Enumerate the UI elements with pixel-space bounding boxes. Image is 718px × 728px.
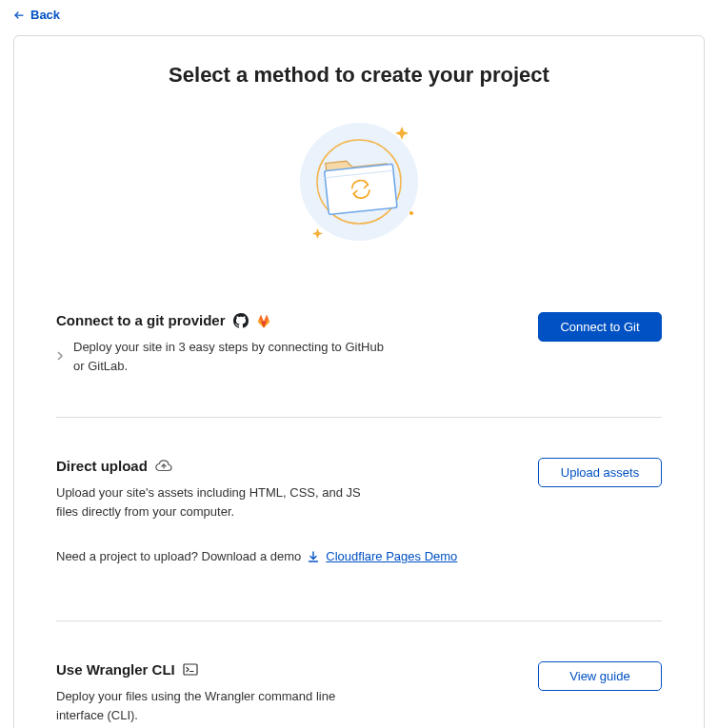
chevron-right-icon [56,351,64,363]
hero-illustration [56,110,662,253]
terminal-icon [183,663,198,677]
wrangler-section-title: Use Wrangler CLI [56,661,175,678]
svg-point-2 [409,211,413,215]
demo-prompt: Need a project to upload? Download a dem… [56,549,301,563]
back-link[interactable]: Back [0,0,73,26]
connect-to-git-button[interactable]: Connect to Git [538,312,662,342]
create-project-panel: Select a method to create your project [13,35,705,728]
back-label: Back [30,8,60,22]
upload-section-title: Direct upload [56,458,148,474]
gitlab-icon [256,313,271,328]
cloudflare-pages-demo-link[interactable]: Cloudflare Pages Demo [326,549,457,563]
view-guide-button[interactable]: View guide [538,661,662,691]
section-git: Connect to a git provider Deploy your si… [56,306,662,403]
page-title: Select a method to create your project [56,63,662,88]
cloud-upload-icon [155,460,172,473]
git-section-desc: Deploy your site in 3 easy steps by conn… [73,338,386,375]
git-section-title: Connect to a git provider [56,312,226,328]
svg-rect-7 [184,664,197,675]
section-wrangler: Use Wrangler CLI Deploy your files using… [56,656,662,728]
download-icon [307,550,320,563]
wrangler-section-desc: Deploy your files using the Wrangler com… [56,687,538,724]
upload-section-desc: Upload your site's assets including HTML… [56,483,538,521]
section-upload: Direct upload Upload your site's assets … [56,452,662,592]
divider [56,417,662,418]
divider [56,620,662,621]
upload-assets-button[interactable]: Upload assets [538,458,662,487]
arrow-left-icon [13,10,25,21]
github-icon [233,313,249,328]
